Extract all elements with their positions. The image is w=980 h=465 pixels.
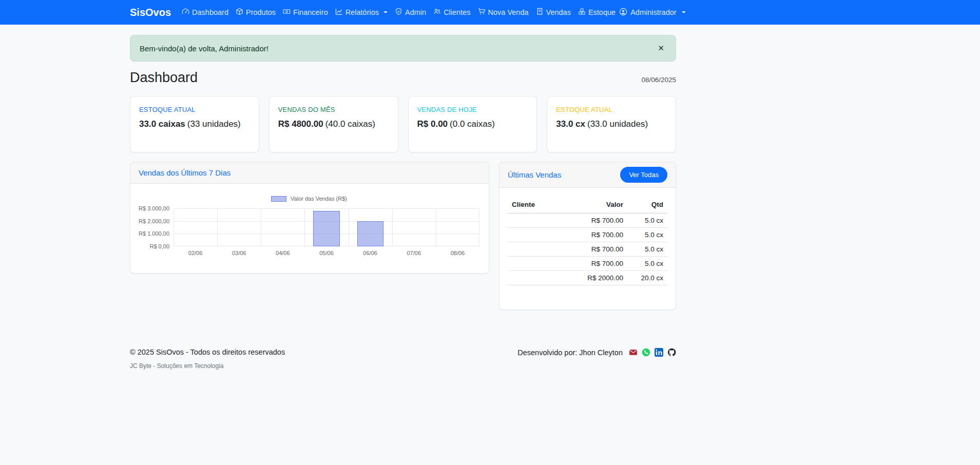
- footer: © 2025 SisOvos - Todos os direitos reser…: [130, 348, 676, 370]
- whatsapp-icon[interactable]: [642, 348, 650, 357]
- view-all-button[interactable]: Ver Todas: [620, 167, 667, 183]
- stat-detail: (33.0 unidades): [587, 119, 648, 129]
- y-tick-label: R$ 0,00: [149, 243, 169, 249]
- chart-bar: [357, 221, 383, 246]
- chart-bar: [313, 211, 339, 246]
- chart-y-axis: R$ 3.000,00R$ 2.000,00R$ 1.000,00R$ 0,00: [139, 208, 174, 246]
- gridline-vertical: [392, 208, 393, 246]
- gridline-vertical: [436, 208, 436, 246]
- nav-item-admin[interactable]: Admin: [391, 4, 430, 21]
- close-icon[interactable]: ✕: [656, 43, 666, 54]
- email-icon[interactable]: [629, 348, 638, 357]
- stat-card-vendas-hoje: VENDAS DE HOJE R$ 0.00(0.0 caixas): [408, 96, 537, 152]
- gridline-vertical: [217, 208, 218, 246]
- cart-icon: [478, 8, 486, 17]
- y-tick-label: R$ 1.000,00: [139, 230, 169, 237]
- latest-sales-title: Últimas Vendas: [508, 170, 561, 179]
- user-menu-label: Administrador: [630, 8, 676, 16]
- cell-valor: R$ 700.00: [573, 214, 627, 228]
- stat-value: R$ 4800.00: [278, 119, 323, 129]
- cell-qtd: 5.0 cx: [627, 214, 667, 228]
- cell-qtd: 5.0 cx: [627, 257, 667, 271]
- page-title: Dashboard: [130, 70, 198, 86]
- welcome-alert: Bem-vindo(a) de volta, Administrador! ✕: [130, 35, 676, 62]
- gridline-vertical: [261, 208, 261, 246]
- cell-cliente: [508, 228, 573, 242]
- user-menu[interactable]: Administrador: [619, 8, 685, 17]
- stat-title: VENDAS DO MÊS: [278, 106, 389, 113]
- nav-label: Admin: [405, 8, 426, 16]
- col-header-qtd: Qtd: [627, 196, 667, 214]
- footer-company[interactable]: JC Byte - Soluções em Tecnologia: [130, 362, 285, 370]
- bar-chart: Valor das Vendas (R$) R$ 3.000,00R$ 2.00…: [130, 184, 489, 256]
- gridline-horizontal: [174, 208, 479, 209]
- welcome-alert-message: Bem-vindo(a) de volta, Administrador!: [140, 44, 268, 53]
- navbar: SisOvos Dashboard Produtos Financeiro Re…: [0, 0, 980, 25]
- stat-card-vendas-mes: VENDAS DO MÊS R$ 4800.00(40.0 caixas): [269, 96, 398, 152]
- x-tick-label: 02/06: [174, 250, 217, 256]
- nav-item-nova-venda[interactable]: Nova Venda: [474, 4, 532, 21]
- nav-links: Dashboard Produtos Financeiro Relatórios…: [178, 4, 619, 21]
- nav-label: Dashboard: [192, 8, 228, 16]
- linkedin-icon[interactable]: [655, 348, 663, 357]
- charts-row: Vendas dos Últimos 7 Dias Valor das Vend…: [130, 162, 676, 310]
- cell-qtd: 20.0 cx: [627, 271, 667, 285]
- stat-value: R$ 0.00: [417, 119, 448, 129]
- nav-item-dashboard[interactable]: Dashboard: [178, 4, 232, 21]
- x-tick-label: 06/06: [349, 250, 392, 256]
- table-header-row: Cliente Valor Qtd: [508, 196, 667, 214]
- nav-item-vendas[interactable]: Vendas: [532, 4, 574, 21]
- nav-label: Produtos: [246, 8, 276, 16]
- nav-item-estoque[interactable]: Estoque: [574, 4, 619, 21]
- x-tick-label: 03/06: [217, 250, 261, 256]
- stat-value: 33.0 caixas: [139, 119, 185, 129]
- nav-label: Vendas: [546, 8, 571, 16]
- cell-qtd: 5.0 cx: [627, 242, 667, 257]
- x-tick-label: 05/06: [304, 250, 348, 256]
- gridline-vertical: [479, 208, 479, 246]
- stat-detail: (33 unidades): [187, 119, 241, 129]
- table-row: R$ 700.00 5.0 cx: [508, 242, 667, 257]
- chart-x-axis: 02/0603/0604/0605/0606/0607/0608/06: [174, 250, 479, 256]
- boxes-icon: [578, 8, 586, 17]
- chart-title: Vendas dos Últimos 7 Dias: [130, 162, 489, 184]
- receipt-icon: [536, 8, 544, 17]
- nav-item-financeiro[interactable]: Financeiro: [279, 4, 332, 21]
- sales-chart-card: Vendas dos Últimos 7 Dias Valor das Vend…: [130, 162, 489, 274]
- cell-cliente: [508, 257, 573, 271]
- nav-label: Clientes: [444, 8, 470, 16]
- cash-icon: [283, 8, 291, 17]
- nav-item-produtos[interactable]: Produtos: [232, 4, 279, 21]
- table-row: R$ 700.00 5.0 cx: [508, 257, 667, 271]
- nav-label: Financeiro: [293, 8, 328, 16]
- caret-down-icon: [383, 11, 388, 13]
- speedometer-icon: [182, 8, 189, 17]
- chart-legend: Valor das Vendas (R$): [139, 195, 479, 202]
- stat-title: VENDAS DE HOJE: [417, 106, 528, 113]
- stat-detail: (0.0 caixas): [450, 119, 495, 129]
- brand-logo[interactable]: SisOvos: [130, 7, 171, 18]
- shield-icon: [395, 8, 402, 17]
- page-date: 08/06/2025: [641, 76, 676, 84]
- cell-valor: R$ 2000.00: [573, 271, 627, 285]
- stat-card-estoque-atual: ESTOQUE ATUAL 33.0 caixas(33 unidades): [130, 96, 259, 152]
- cell-cliente: [508, 214, 573, 228]
- cell-qtd: 5.0 cx: [627, 228, 667, 242]
- cell-cliente: [508, 271, 573, 285]
- y-tick-label: R$ 3.000,00: [139, 205, 169, 211]
- table-row: R$ 2000.00 20.0 cx: [508, 271, 667, 285]
- stat-value: 33.0 cx: [556, 119, 585, 129]
- x-tick-label: 04/06: [261, 250, 304, 256]
- cell-valor: R$ 700.00: [573, 257, 627, 271]
- github-icon[interactable]: [667, 348, 676, 357]
- nav-label: Estoque: [588, 8, 616, 16]
- latest-sales-card: Últimas Vendas Ver Todas Cliente Valor Q…: [499, 162, 676, 310]
- stat-detail: (40.0 caixas): [325, 119, 375, 129]
- chart-plot: [174, 208, 479, 246]
- stats-row: ESTOQUE ATUAL 33.0 caixas(33 unidades) V…: [130, 96, 676, 152]
- nav-item-clientes[interactable]: Clientes: [430, 4, 474, 21]
- y-tick-label: R$ 2.000,00: [139, 218, 169, 224]
- nav-label: Relatórios: [345, 8, 379, 16]
- nav-item-relatorios[interactable]: Relatórios: [332, 4, 391, 21]
- gridline-vertical: [304, 208, 305, 246]
